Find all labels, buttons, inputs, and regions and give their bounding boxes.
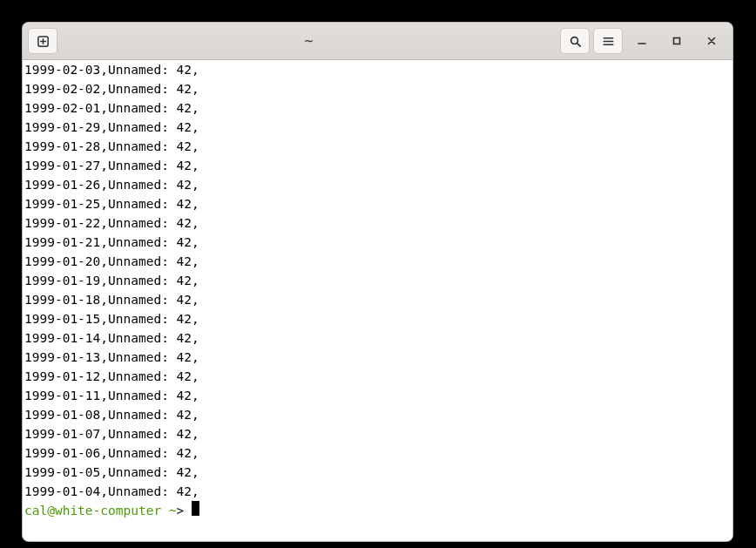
output-line: 1999-01-12,Unnamed: 42, bbox=[24, 367, 731, 386]
output-line: 1999-01-29,Unnamed: 42, bbox=[24, 118, 731, 137]
titlebar: ~ bbox=[23, 23, 732, 60]
minimize-icon bbox=[637, 36, 647, 46]
cursor bbox=[192, 501, 199, 516]
close-icon bbox=[706, 36, 717, 46]
output-line: 1999-01-18,Unnamed: 42, bbox=[24, 290, 731, 309]
search-icon bbox=[569, 35, 582, 48]
minimize-button[interactable] bbox=[626, 28, 658, 54]
output-line: 1999-01-19,Unnamed: 42, bbox=[24, 271, 731, 290]
menu-button[interactable] bbox=[593, 28, 623, 54]
new-tab-icon bbox=[37, 35, 50, 48]
window-title: ~ bbox=[57, 34, 560, 48]
prompt-user-host: cal@white-computer bbox=[24, 504, 161, 518]
output-line: 1999-02-01,Unnamed: 42, bbox=[24, 98, 731, 118]
output-line: 1999-01-13,Unnamed: 42, bbox=[24, 348, 731, 367]
output-line: 1999-01-25,Unnamed: 42, bbox=[24, 194, 731, 213]
maximize-button[interactable] bbox=[661, 28, 692, 54]
maximize-icon bbox=[672, 36, 682, 46]
output-line: 1999-01-14,Unnamed: 42, bbox=[24, 328, 731, 348]
output-line: 1999-01-21,Unnamed: 42, bbox=[24, 233, 731, 252]
output-line: 1999-02-02,Unnamed: 42, bbox=[24, 79, 731, 98]
close-button[interactable] bbox=[696, 28, 727, 54]
output-line: 1999-01-07,Unnamed: 42, bbox=[24, 424, 731, 443]
terminal-output[interactable]: 1999-02-03,Unnamed: 42,1999-02-02,Unname… bbox=[23, 60, 732, 541]
search-button[interactable] bbox=[560, 28, 590, 54]
new-tab-button[interactable] bbox=[28, 28, 57, 54]
output-line: 1999-01-04,Unnamed: 42, bbox=[24, 482, 731, 501]
output-line: 1999-01-08,Unnamed: 42, bbox=[24, 405, 731, 424]
output-line: 1999-01-28,Unnamed: 42, bbox=[24, 137, 731, 156]
output-line: 1999-01-26,Unnamed: 42, bbox=[24, 175, 731, 194]
output-line: 1999-02-03,Unnamed: 42, bbox=[24, 60, 731, 79]
terminal-window: ~ bbox=[22, 22, 733, 542]
output-line: 1999-01-27,Unnamed: 42, bbox=[24, 156, 731, 175]
output-line: 1999-01-22,Unnamed: 42, bbox=[24, 213, 731, 233]
output-line: 1999-01-20,Unnamed: 42, bbox=[24, 252, 731, 271]
hamburger-icon bbox=[602, 35, 615, 48]
output-line: 1999-01-05,Unnamed: 42, bbox=[24, 463, 731, 482]
output-line: 1999-01-11,Unnamed: 42, bbox=[24, 386, 731, 405]
svg-rect-2 bbox=[674, 38, 680, 44]
output-line: 1999-01-15,Unnamed: 42, bbox=[24, 309, 731, 328]
output-line: 1999-01-06,Unnamed: 42, bbox=[24, 443, 731, 463]
prompt-symbol: > bbox=[177, 504, 192, 518]
prompt-path: ~ bbox=[169, 504, 177, 518]
prompt-line[interactable]: cal@white-computer ~> bbox=[24, 501, 731, 520]
